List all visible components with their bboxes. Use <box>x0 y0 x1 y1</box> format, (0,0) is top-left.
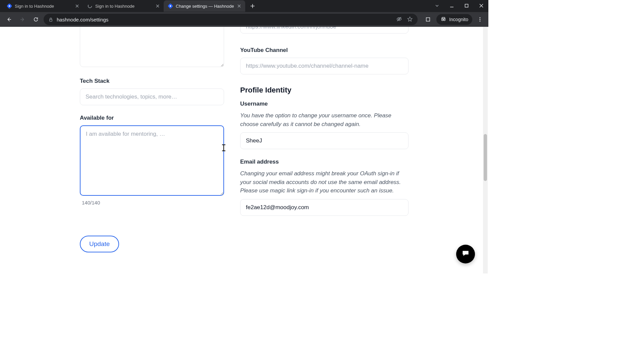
chrome-menu-button[interactable] <box>475 17 485 22</box>
close-icon[interactable] <box>74 3 80 9</box>
url-text: hashnode.com/settings <box>57 17 393 22</box>
tab-title: Sign in to Hashnode <box>95 4 152 9</box>
eye-off-icon[interactable] <box>396 16 402 23</box>
youtube-input[interactable] <box>240 58 409 74</box>
tech-stack-label: Tech Stack <box>80 78 224 84</box>
hashnode-icon <box>168 3 173 9</box>
update-button[interactable]: Update <box>80 236 119 252</box>
close-icon[interactable] <box>155 3 160 9</box>
username-label: Username <box>240 101 409 107</box>
incognito-label: Incognito <box>449 17 468 22</box>
back-button[interactable] <box>3 14 15 25</box>
svg-point-13 <box>480 21 481 22</box>
maximize-button[interactable] <box>462 4 472 8</box>
youtube-label: YouTube Channel <box>240 47 409 54</box>
email-label: Email address <box>240 159 409 165</box>
profile-identity-title: Profile Identity <box>240 86 409 95</box>
svg-point-11 <box>480 17 481 18</box>
bookmark-star-icon[interactable] <box>407 16 413 23</box>
tab-strip: Sign in to Hashnode Sign in to Hashnode … <box>0 0 488 12</box>
linkedin-input[interactable]: https://www.linkedin.com/in/johndoe <box>240 27 409 34</box>
browser-tab-1[interactable]: Sign in to Hashnode <box>83 0 164 12</box>
reload-button[interactable] <box>30 14 42 25</box>
tab-title: Change settings — Hashnode <box>176 4 234 9</box>
scrollbar-thumb[interactable] <box>484 134 487 181</box>
page-viewport: Tech Stack Available for 140/140 Update … <box>0 27 488 274</box>
linkedin-placeholder: https://www.linkedin.com/in/johndoe <box>246 27 336 30</box>
tech-stack-search-input[interactable] <box>80 88 224 105</box>
svg-point-1 <box>9 5 10 7</box>
chat-launcher-button[interactable] <box>456 245 475 263</box>
svg-point-12 <box>480 19 481 20</box>
vertical-scrollbar[interactable] <box>483 27 488 274</box>
about-textarea[interactable] <box>80 27 224 67</box>
left-column: Tech Stack Available for 140/140 Update <box>80 27 224 252</box>
incognito-badge[interactable]: Incognito <box>436 14 472 25</box>
lock-icon <box>48 17 53 22</box>
username-input[interactable] <box>240 132 409 149</box>
right-column: https://www.linkedin.com/in/johndoe YouT… <box>240 27 409 252</box>
loading-spinner-icon <box>87 3 93 9</box>
browser-tab-0[interactable]: Sign in to Hashnode <box>3 0 83 12</box>
minimize-button[interactable] <box>447 4 457 8</box>
new-tab-button[interactable] <box>248 1 257 11</box>
email-input[interactable] <box>240 199 409 216</box>
email-note: Changing your email address might break … <box>240 169 409 195</box>
close-window-button[interactable] <box>476 4 486 8</box>
close-icon[interactable] <box>236 3 242 9</box>
available-for-char-count: 140/140 <box>82 200 224 205</box>
incognito-icon <box>440 16 446 23</box>
extensions-icon[interactable] <box>422 14 434 25</box>
svg-point-10 <box>444 19 445 20</box>
address-bar[interactable]: hashnode.com/settings <box>44 14 418 25</box>
svg-rect-5 <box>465 4 468 7</box>
svg-point-9 <box>442 19 443 20</box>
username-note: You have the option to change your usern… <box>240 111 409 128</box>
svg-point-2 <box>88 4 92 8</box>
browser-toolbar: hashnode.com/settings Incognito <box>0 12 488 27</box>
svg-point-4 <box>170 5 171 7</box>
svg-rect-8 <box>426 18 430 21</box>
browser-chrome: Sign in to Hashnode Sign in to Hashnode … <box>0 0 488 27</box>
chat-icon <box>461 249 470 259</box>
svg-rect-6 <box>50 19 52 21</box>
available-for-label: Available for <box>80 115 224 121</box>
hashnode-icon <box>7 3 12 9</box>
tab-search-icon[interactable] <box>432 3 442 8</box>
tab-title: Sign in to Hashnode <box>15 4 72 9</box>
browser-tab-2[interactable]: Change settings — Hashnode <box>164 0 245 12</box>
forward-button[interactable] <box>17 14 28 25</box>
available-for-textarea[interactable] <box>80 125 224 196</box>
